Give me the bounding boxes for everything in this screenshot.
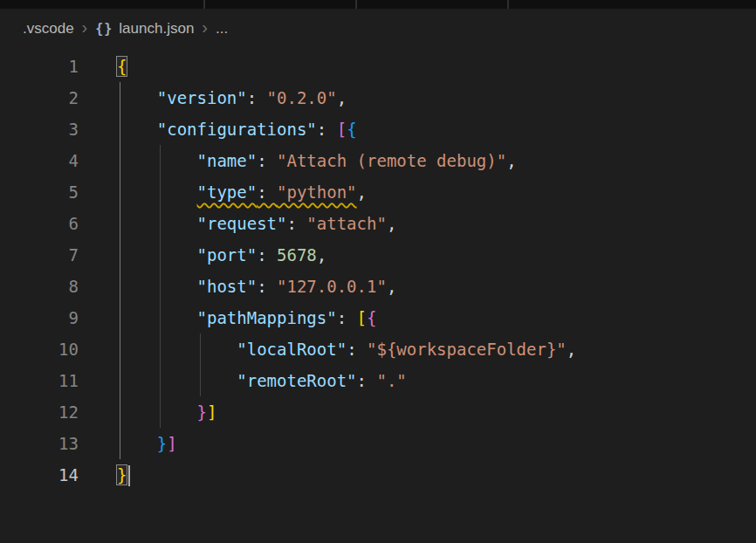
line-number[interactable]: 1	[0, 51, 79, 82]
indent-guide	[120, 113, 120, 145]
indent-guide	[160, 333, 161, 365]
chevron-right-icon: ›	[82, 17, 88, 38]
line-number[interactable]: 5	[0, 176, 79, 208]
line-number[interactable]: 4	[0, 145, 79, 176]
indent-guide	[160, 302, 161, 333]
code-token: ,	[387, 214, 396, 233]
code-token: "Attach (remote debug)"	[277, 151, 506, 170]
code-line-content: "port": 5678,	[79, 239, 756, 271]
line-number[interactable]: 9	[0, 302, 79, 333]
code-line-content: }]	[79, 396, 756, 428]
code-editor[interactable]: 1{2 "version": "0.2.0",3 "configurations…	[0, 49, 756, 543]
code-token: ]	[207, 402, 216, 422]
breadcrumb-file[interactable]: {} launch.json	[95, 20, 194, 38]
breadcrumb-file-label: launch.json	[119, 20, 194, 38]
code-token: :	[357, 371, 377, 390]
code-line-content: }]	[79, 428, 756, 459]
line-number[interactable]: 12	[0, 396, 79, 428]
text-cursor	[128, 465, 130, 486]
tab-divider	[355, 0, 357, 9]
code-line-content: "configurations": [{	[79, 113, 756, 145]
warning-token: "python"	[277, 182, 357, 202]
code-token: "remoteRoot"	[237, 371, 356, 390]
indent-guide	[120, 333, 120, 365]
code-token: ,	[567, 340, 576, 359]
breadcrumb-symbol-ellipsis[interactable]: ...	[216, 20, 228, 38]
line-number[interactable]: 13	[0, 428, 79, 459]
code-line-3[interactable]: 3 "configurations": [{	[0, 113, 756, 145]
code-token: :	[257, 151, 277, 170]
chevron-right-icon: ›	[202, 17, 208, 38]
code-token: "pathMappings"	[197, 308, 337, 327]
indent-guide	[120, 82, 120, 113]
code-line-content: "remoteRoot": "."	[79, 365, 756, 396]
code-line-13[interactable]: 13 }]	[0, 428, 756, 459]
line-number[interactable]: 11	[0, 365, 79, 396]
line-number[interactable]: 8	[0, 271, 79, 302]
indent-guide	[120, 365, 120, 396]
code-token: [	[337, 120, 347, 139]
breadcrumb: .vscode › {} launch.json › ...	[0, 9, 756, 49]
code-line-content: "name": "Attach (remote debug)",	[79, 145, 756, 176]
indent-guide	[120, 239, 120, 271]
code-line-6[interactable]: 6 "request": "attach",	[0, 208, 756, 239]
code-token	[117, 120, 157, 139]
code-line-4[interactable]: 4 "name": "Attach (remote debug)",	[0, 145, 756, 176]
code-line-12[interactable]: 12 }]	[0, 396, 756, 428]
code-line-14[interactable]: 14}	[0, 459, 756, 491]
code-line-11[interactable]: 11 "remoteRoot": "."	[0, 365, 756, 396]
editor-tab-bar[interactable]	[0, 0, 756, 9]
code-token: :	[247, 88, 267, 107]
json-braces-icon: {}	[95, 21, 113, 37]
code-line-1[interactable]: 1{	[0, 51, 756, 82]
code-token: {	[347, 120, 356, 139]
code-token: "version"	[157, 88, 247, 107]
warning-token: :	[257, 182, 277, 202]
code-line-content: }	[79, 459, 756, 491]
code-line-9[interactable]: 9 "pathMappings": [{	[0, 302, 756, 333]
matched-bracket: {	[117, 57, 127, 76]
code-token: :	[347, 340, 367, 359]
code-line-5[interactable]: 5 "type": "python",	[0, 176, 756, 208]
code-line-10[interactable]: 10 "localRoot": "${workspaceFolder}",	[0, 333, 756, 365]
code-token: [	[357, 308, 367, 327]
code-token	[117, 214, 197, 233]
warning-token: "type"	[197, 182, 258, 202]
code-token: }	[197, 402, 207, 422]
code-line-content: "type": "python",	[79, 176, 756, 208]
indent-guide	[200, 365, 201, 396]
matched-bracket: }	[117, 465, 127, 485]
code-line-content: "request": "attach",	[79, 208, 756, 239]
code-token: "attach"	[306, 214, 387, 233]
code-token: ,	[317, 245, 326, 265]
code-token: ,	[337, 88, 347, 107]
indent-guide	[160, 145, 161, 176]
code-token: 5678	[277, 245, 317, 265]
code-token: :	[257, 277, 277, 296]
indent-guide	[120, 428, 120, 459]
code-token: "host"	[197, 277, 258, 296]
indent-guide	[200, 333, 201, 365]
code-line-7[interactable]: 7 "port": 5678,	[0, 239, 756, 271]
code-line-8[interactable]: 8 "host": "127.0.0.1",	[0, 271, 756, 302]
line-number[interactable]: 7	[0, 239, 79, 271]
line-number[interactable]: 14	[0, 459, 79, 491]
code-token: "127.0.0.1"	[277, 277, 387, 296]
code-line-2[interactable]: 2 "version": "0.2.0",	[0, 82, 756, 113]
code-token: :	[286, 214, 306, 233]
line-number[interactable]: 6	[0, 208, 79, 239]
breadcrumb-folder[interactable]: .vscode	[23, 20, 74, 38]
code-token	[117, 88, 157, 107]
vscode-editor-window: .vscode › {} launch.json › ... 1{2 "vers…	[0, 0, 756, 543]
line-number[interactable]: 2	[0, 82, 79, 113]
code-token	[117, 308, 197, 327]
code-token: :	[337, 308, 357, 327]
code-token: ]	[167, 434, 176, 453]
code-line-content: "localRoot": "${workspaceFolder}",	[79, 333, 756, 365]
line-number[interactable]: 10	[0, 333, 79, 365]
code-token: "localRoot"	[237, 340, 347, 359]
line-number[interactable]: 3	[0, 113, 79, 145]
code-token: {	[367, 308, 376, 327]
code-line-content: "version": "0.2.0",	[79, 82, 756, 113]
code-token: ,	[357, 182, 367, 202]
